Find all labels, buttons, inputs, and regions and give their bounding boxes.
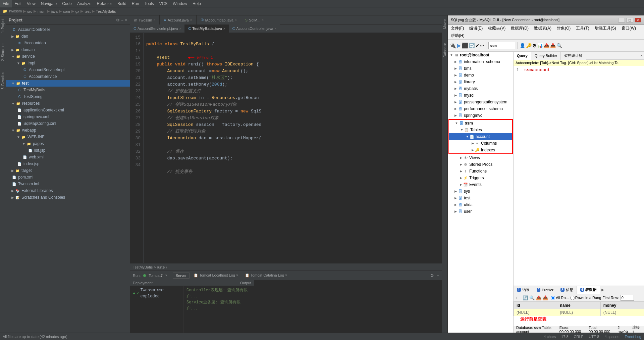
run-close[interactable]: × xyxy=(165,274,167,277)
sqlyog-tool-execute[interactable]: ▶ xyxy=(457,42,461,49)
sql-tree-performance[interactable]: ▶ 🗄 performance_schema xyxy=(448,105,513,112)
sqlyog-menu-file[interactable]: 文件(F) xyxy=(448,25,467,32)
sqlyog-menu-help[interactable]: 帮助(H) xyxy=(448,32,467,40)
sql-tab-schema-designer[interactable]: 架构设计师 xyxy=(561,52,586,60)
first-row-input[interactable] xyxy=(621,295,634,301)
sqlyog-tool-stop[interactable]: ⬛ xyxy=(462,42,468,49)
path-gx[interactable]: gx xyxy=(75,9,79,13)
tree-item-iaccountdao[interactable]: ①IAccountdao xyxy=(6,40,130,46)
settings-icon[interactable]: ⚙ xyxy=(430,273,434,278)
tree-item-scratches[interactable]: ▶📝Scratches and Consoles xyxy=(6,194,130,201)
result-tool-filter[interactable]: 🔍 xyxy=(529,295,535,300)
sqlyog-tool-search[interactable]: 🔍 xyxy=(556,43,562,48)
sql-tree-triggers[interactable]: ▶ ⚡ Triggers xyxy=(448,175,513,181)
tree-item-service[interactable]: ▼📁service xyxy=(6,53,130,60)
tree-item-testmybatis[interactable]: CTestMyBatis xyxy=(6,87,130,93)
sql-tab-query[interactable]: Query xyxy=(514,52,531,60)
path-file[interactable]: TestMyBatis xyxy=(96,9,116,13)
collapse-icon[interactable]: − xyxy=(437,273,439,278)
sql-tab-result-1[interactable]: 1 结果 xyxy=(514,286,533,294)
tree-item-indexjsp[interactable]: 📄index.jsp xyxy=(6,160,130,167)
sql-editor-close[interactable]: × xyxy=(640,53,643,58)
sql-tree-account[interactable]: ▼ 📄 account xyxy=(449,133,512,140)
sql-tree-ufida[interactable]: ▶ 🗄 ufida xyxy=(448,201,513,208)
tree-item-extlibs[interactable]: ▶📚External Libraries xyxy=(6,187,130,194)
sqlyog-restore[interactable]: □ xyxy=(626,18,633,22)
path-com[interactable]: com xyxy=(63,9,70,13)
project-settings-icon[interactable]: ⚙ xyxy=(116,18,120,22)
menu-edit[interactable]: Edit xyxy=(12,0,24,7)
project-collapse-icon[interactable]: − xyxy=(121,18,123,22)
sqlyog-menu-db[interactable]: 数据库(D) xyxy=(508,25,531,32)
right-tab-maven[interactable]: Maven xyxy=(442,17,447,31)
sql-tree-library[interactable]: ▶ 🗄 library xyxy=(448,79,513,85)
code-content[interactable]: public class TestMyBatis { @Test ◄── 运行r… xyxy=(144,33,442,263)
sql-tree-test[interactable]: ▶ 🗄 test xyxy=(448,195,513,201)
sql-tree-indexes[interactable]: ▶ 🔑 Indexes xyxy=(449,147,512,153)
path-test[interactable]: test xyxy=(85,9,91,13)
path-main[interactable]: main xyxy=(38,9,46,13)
menu-window[interactable]: Window xyxy=(170,0,190,7)
tree-item-domain[interactable]: ▶📁domain xyxy=(6,46,130,53)
tab-close3[interactable]: × xyxy=(223,27,225,31)
path-java[interactable]: java xyxy=(51,9,58,13)
sql-tree-tables[interactable]: ▼ 📋 Tables xyxy=(449,127,512,133)
sqlyog-tool-commit[interactable]: ✔ xyxy=(475,43,479,48)
tree-item-dao[interactable]: ▶📁dao xyxy=(6,33,130,40)
menu-tools[interactable]: Tools xyxy=(142,0,157,7)
sql-tree-springmvc[interactable]: ▶ 🗄 springmvc xyxy=(448,112,513,119)
tree-item-testspring[interactable]: CTestSpring xyxy=(6,93,130,100)
sqlyog-tool-rollback[interactable]: ↩ xyxy=(480,43,484,48)
tree-item-iml[interactable]: 📄Twossm.iml xyxy=(6,181,130,187)
tab-close[interactable]: × xyxy=(154,18,156,22)
tab-close[interactable]: × xyxy=(190,18,192,22)
right-tab-database[interactable]: Database xyxy=(442,41,447,59)
tree-item-sqlmapconfig[interactable]: 📄SqlMapConfig.xml xyxy=(6,120,130,127)
sqlyog-menu-window[interactable]: 窗口(W) xyxy=(619,25,639,32)
sql-tree-mysql[interactable]: ▶ 🗄 mysql xyxy=(448,92,513,99)
sql-tab-query-builder[interactable]: Query Builder xyxy=(531,52,561,60)
tree-item-webapp[interactable]: ▼📁webapp xyxy=(6,127,130,134)
result-tool-export[interactable]: 📤 xyxy=(536,295,541,300)
tree-item-listjsp[interactable]: 📄list.jsp xyxy=(6,147,130,154)
table-row[interactable]: (NULL) (NULL) (NULL) xyxy=(514,309,644,316)
menu-vcs[interactable]: VCS xyxy=(157,0,170,7)
sqlyog-menu-edit[interactable]: 编辑(E) xyxy=(467,25,485,32)
sql-tree-root[interactable]: ▼ 🖥 root@localhost xyxy=(448,52,513,58)
sqlyog-tool-settings[interactable]: ⚙ xyxy=(532,43,537,48)
sidebar-tab-structure[interactable]: 2: Structure xyxy=(0,42,5,63)
tree-item-appcontext[interactable]: 📄applicationContext.xml xyxy=(6,107,130,113)
menu-refactor[interactable]: Refactor xyxy=(94,0,115,7)
sql-tab-result-4[interactable]: 4 表数据 xyxy=(577,286,600,294)
sqlyog-connection-input[interactable] xyxy=(488,42,515,49)
tab-account-java[interactable]: A Account.java × xyxy=(160,15,196,25)
sqlyog-tool-schema[interactable]: 📊 xyxy=(537,43,543,48)
rows-range-radio[interactable]: Rows in a Rang xyxy=(570,296,601,300)
tree-item-pom[interactable]: 📄pom.xml xyxy=(6,174,130,181)
sidebar-tab-favorites[interactable]: 3: Favorites xyxy=(0,70,5,91)
sql-tree-passenger[interactable]: ▶ 🗄 passengerstationsystem xyxy=(448,99,513,105)
tree-item-target[interactable]: ▶📁target xyxy=(6,167,130,174)
menu-navigate[interactable]: Navigate xyxy=(38,0,59,7)
tab-localhost-log[interactable]: 📋 Tomcat Localhost Log × xyxy=(191,273,241,279)
menu-build[interactable]: Build xyxy=(115,0,129,7)
sql-tree-stored-procs[interactable]: ▶ ⚙ Stored Procs xyxy=(448,161,513,168)
sqlyog-tool-refresh[interactable]: 🔄 xyxy=(469,43,475,48)
log-close[interactable]: × xyxy=(236,274,238,277)
sql-tree-demo[interactable]: ▶ 🗄 demo xyxy=(448,72,513,79)
result-tool-refresh[interactable]: 🔄 xyxy=(523,295,528,300)
tree-item-springmvc[interactable]: 📄springmvc.xml xyxy=(6,113,130,120)
tab-accountserviceimpl[interactable]: C AccountServiceImpl.java × xyxy=(130,25,185,33)
menu-run[interactable]: Run xyxy=(129,0,142,7)
tab-close2[interactable]: × xyxy=(179,27,181,31)
sqlyog-menu-enhanced[interactable]: 增强工具(S) xyxy=(592,25,619,32)
sqlyog-tool-connect[interactable]: 🔌 xyxy=(449,42,456,49)
sql-tab-result-3[interactable]: 3 信息 xyxy=(557,286,577,294)
sql-tree-mybatis[interactable]: ▶ 🗄 mybatis xyxy=(448,85,513,92)
tree-item-accountcontroller[interactable]: CAccountController xyxy=(6,26,130,33)
status-event-log[interactable]: Event Log xyxy=(625,335,641,339)
sql-tree-views[interactable]: ▶ 👁 Views xyxy=(448,154,513,161)
sql-tree-information-schema[interactable]: ▶ 🗄 information_schema xyxy=(448,58,513,65)
result-tool-add[interactable]: + xyxy=(515,295,518,300)
tree-item-accountserviceimpl[interactable]: CAccountServiceImpl xyxy=(6,66,130,73)
